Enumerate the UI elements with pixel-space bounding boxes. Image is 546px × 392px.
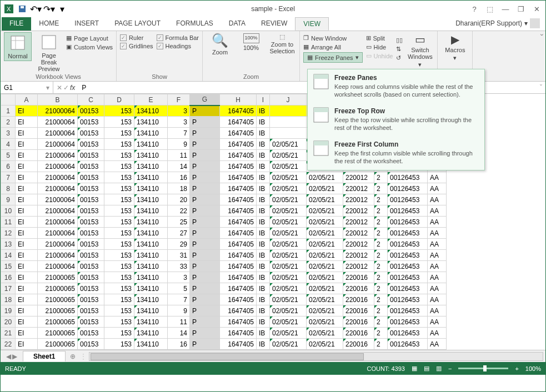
cell[interactable]: AA (428, 261, 447, 272)
cell[interactable]: P (190, 250, 220, 261)
cell[interactable]: EI (16, 261, 38, 272)
expand-formula-bar-icon[interactable]: ˇ (537, 84, 545, 92)
cell[interactable]: 220016 (343, 305, 374, 316)
cell[interactable]: EI (16, 172, 38, 183)
zoom-slider[interactable] (458, 368, 508, 369)
cell[interactable]: EI (16, 328, 38, 339)
cell[interactable]: 02/05/21 (307, 183, 343, 194)
zoom-level[interactable]: 100% (525, 365, 541, 372)
cell[interactable]: AA (428, 183, 447, 194)
cell[interactable]: 134110 (134, 261, 168, 272)
cell[interactable]: IB (257, 339, 270, 350)
cell[interactable]: 220016 (343, 328, 374, 339)
column-header[interactable]: A (16, 94, 38, 105)
cell[interactable]: P (190, 205, 220, 217)
cell[interactable]: 1647405 (220, 217, 257, 228)
cell[interactable]: 00126453 (388, 294, 428, 305)
cell[interactable]: P (190, 328, 220, 339)
cell[interactable]: 153 (104, 228, 134, 239)
cell[interactable]: P (190, 283, 220, 294)
cell[interactable]: 00153 (78, 172, 104, 183)
cell[interactable]: 153 (104, 294, 134, 305)
cell[interactable]: P (190, 316, 220, 328)
cell[interactable]: 02/05/21 (270, 150, 307, 161)
cell[interactable]: 1647405 (220, 239, 257, 250)
cell[interactable]: 02/05/21 (307, 283, 343, 294)
cell[interactable]: 134110 (134, 250, 168, 261)
cell[interactable]: 02/05/21 (270, 228, 307, 239)
cell[interactable]: 21000064 (38, 261, 78, 272)
cell[interactable]: 220012 (343, 250, 374, 261)
cell[interactable]: 9 (168, 139, 190, 150)
cell[interactable]: 02/05/21 (307, 172, 343, 183)
cell[interactable]: 21000065 (38, 316, 78, 328)
tab-review[interactable]: REVIEW (253, 17, 295, 31)
cell[interactable]: 02/05/21 (307, 328, 343, 339)
cell[interactable]: 220012 (343, 183, 374, 194)
cell[interactable]: 21000065 (38, 283, 78, 294)
cell[interactable]: 1647405 (220, 316, 257, 328)
cell[interactable]: AA (428, 205, 447, 217)
cell[interactable]: 134110 (134, 339, 168, 350)
cell[interactable]: 00153 (78, 205, 104, 217)
fx-icon[interactable]: fx (70, 84, 75, 92)
column-header[interactable]: H (220, 94, 257, 105)
cell[interactable]: 134110 (134, 239, 168, 250)
cell[interactable]: AA (428, 172, 447, 183)
cell[interactable]: 00153 (78, 305, 104, 316)
cell[interactable]: 153 (104, 272, 134, 283)
cell[interactable]: 21000064 (38, 139, 78, 150)
cell[interactable]: 153 (104, 217, 134, 228)
cell[interactable]: EI (16, 250, 38, 261)
cell[interactable]: 220016 (343, 339, 374, 350)
cell[interactable]: 153 (104, 239, 134, 250)
new-window-button[interactable]: ❐New Window (303, 34, 362, 42)
cell[interactable]: 20 (168, 194, 190, 205)
cell[interactable]: 7 (168, 128, 190, 139)
ruler-checkbox[interactable]: Ruler (120, 34, 153, 41)
cell[interactable]: 153 (104, 183, 134, 194)
sync-scroll-button[interactable]: ⇅ (396, 46, 403, 53)
cell[interactable]: 1647405 (220, 172, 257, 183)
cell[interactable]: IB (257, 228, 270, 239)
cell[interactable]: 153 (104, 339, 134, 350)
column-header[interactable]: G (190, 94, 220, 105)
cell[interactable]: P (190, 183, 220, 194)
cell[interactable]: 153 (104, 305, 134, 316)
cell[interactable]: 02/05/21 (270, 239, 307, 250)
cell[interactable]: 153 (104, 283, 134, 294)
cell[interactable]: 02/05/21 (307, 316, 343, 328)
cell[interactable]: 00126453 (388, 172, 428, 183)
ribbon-display-icon[interactable]: ⬚ (483, 3, 497, 14)
cell[interactable]: 00153 (78, 294, 104, 305)
cell[interactable]: 02/05/21 (270, 339, 307, 350)
cell[interactable]: 134110 (134, 117, 168, 128)
cell[interactable]: IB (257, 194, 270, 205)
cell[interactable]: 00153 (78, 239, 104, 250)
sheet-nav-next-icon[interactable]: ▶ (12, 353, 17, 360)
cell[interactable]: 1647405 (220, 161, 257, 172)
cell[interactable]: 21000064 (38, 150, 78, 161)
cell[interactable]: AA (428, 217, 447, 228)
cell[interactable]: 00153 (78, 183, 104, 194)
headings-checkbox[interactable]: Headings (157, 43, 199, 49)
cell[interactable]: 00153 (78, 339, 104, 350)
sheet-nav-prev-icon[interactable]: ◀ (6, 353, 11, 360)
cell[interactable]: 21000064 (38, 172, 78, 183)
cell[interactable]: 2 (374, 172, 388, 183)
cell[interactable]: 134110 (134, 194, 168, 205)
cell[interactable]: IB (257, 128, 270, 139)
cell[interactable]: EI (16, 128, 38, 139)
cell[interactable]: 21000065 (38, 328, 78, 339)
cell[interactable]: 02/05/21 (270, 183, 307, 194)
cell[interactable]: EI (16, 194, 38, 205)
cell[interactable]: 02/05/21 (270, 161, 307, 172)
cell[interactable]: P (190, 194, 220, 205)
collapse-ribbon-icon[interactable]: ˇ (538, 31, 545, 81)
row-header[interactable]: 19 (1, 305, 16, 316)
minimize-icon[interactable]: — (499, 3, 512, 14)
cell[interactable]: 153 (104, 139, 134, 150)
new-sheet-button[interactable]: ⊕ (66, 353, 80, 360)
cancel-formula-icon[interactable]: ✕ (57, 84, 62, 92)
user-account[interactable]: Dharani(ERP Support)▾ (450, 16, 545, 31)
